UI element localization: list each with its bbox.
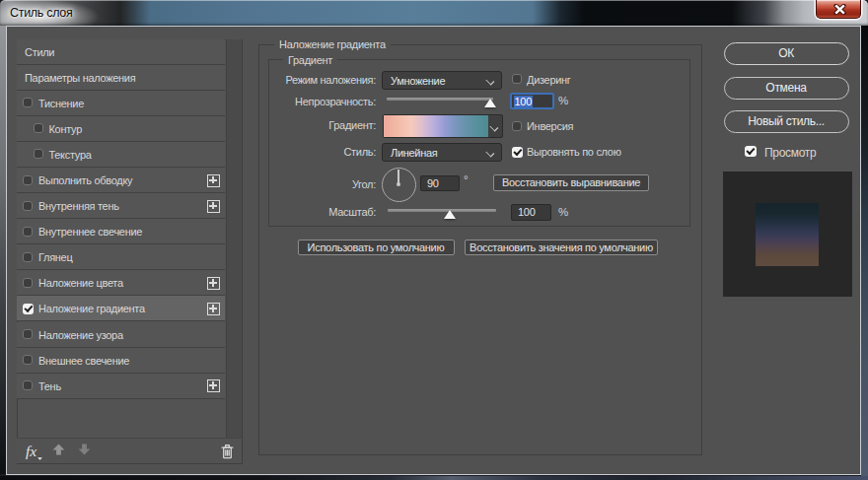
svg-text:fx: fx: [26, 443, 36, 459]
